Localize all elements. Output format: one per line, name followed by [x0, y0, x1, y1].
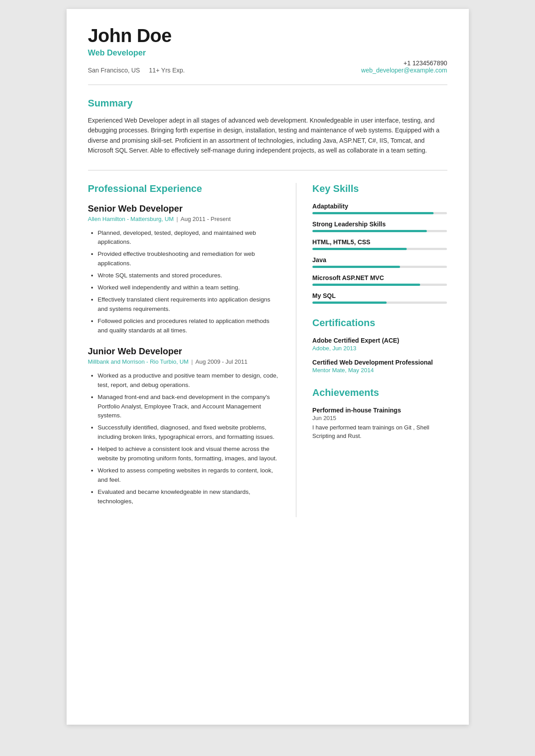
achievement-name-1: Performed in-house Trainings [312, 407, 447, 414]
certifications-section: Certifications Adobe Certified Expert (A… [312, 317, 447, 374]
job-title-2: Junior Web Developer [88, 346, 280, 357]
skill-item-4: Java [312, 256, 447, 268]
job-entry-2: Junior Web Developer Millbank and Morris… [88, 346, 280, 506]
skill-name-2: Strong Leadership Skills [312, 221, 447, 228]
achievement-item-1: Performed in-house Trainings Jun 2015 I … [312, 407, 447, 441]
bullet-2-3: Successfully identified, diagnosed, and … [98, 423, 280, 442]
skill-bar-fill-6 [312, 302, 387, 304]
bullet-1-3: Wrote SQL statements and stored procedur… [98, 271, 280, 280]
two-column-section: Professional Experience Senior Web Devel… [88, 183, 447, 517]
cert-date-1: Jun 2013 [333, 345, 357, 352]
skill-item-5: Microsoft ASP.NET MVC [312, 274, 447, 286]
skill-bar-fill-1 [312, 212, 434, 214]
job-separator-2: | [191, 358, 193, 365]
achievements-section: Achievements Performed in-house Training… [312, 387, 447, 441]
cert-issuer-name-1: Adobe, [312, 345, 331, 352]
bullet-2-4: Helped to achieve a consistent look and … [98, 445, 280, 463]
job-company-1: Allen Hamilton - Mattersburg, UM [88, 216, 174, 222]
skill-bar-bg-5 [312, 284, 447, 286]
bullet-2-2: Managed front-end and back-end developme… [98, 393, 280, 421]
skill-item-3: HTML, HTML5, CSS [312, 238, 447, 250]
skill-name-4: Java [312, 256, 447, 263]
summary-section: Summary Experienced Web Developer adept … [88, 98, 447, 156]
bullet-1-6: Followed policies and procedures related… [98, 317, 280, 336]
resume-header: John Doe Web Developer San Francisco, US… [67, 9, 469, 85]
skills-section-title: Key Skills [312, 183, 447, 195]
bullet-1-4: Worked well independently and within a t… [98, 283, 280, 293]
skill-bar-bg-3 [312, 248, 447, 250]
summary-text: Experienced Web Developer adept in all s… [88, 115, 447, 156]
cert-item-1: Adobe Certified Expert (ACE) Adobe, Jun … [312, 337, 447, 352]
summary-title: Summary [88, 98, 447, 109]
job-meta-2: Millbank and Morrison - Rio Turbio, UM |… [88, 358, 280, 365]
experience-text: 11+ Yrs Exp. [149, 67, 185, 74]
header-location-row: San Francisco, US 11+ Yrs Exp. [88, 67, 185, 74]
skill-name-6: My SQL [312, 292, 447, 299]
cert-issuer-name-2: Mentor Mate, [312, 367, 347, 374]
skill-name-5: Microsoft ASP.NET MVC [312, 274, 447, 281]
bullet-1-5: Effectively translated client requiremen… [98, 295, 280, 314]
left-column: Professional Experience Senior Web Devel… [88, 183, 296, 517]
cert-date-2: May 2014 [348, 367, 374, 374]
skill-name-1: Adaptability [312, 203, 447, 210]
skill-item-2: Strong Leadership Skills [312, 221, 447, 232]
job-separator-1: | [177, 216, 178, 222]
bullet-1-2: Provided effective troubleshooting and r… [98, 250, 280, 268]
skill-bar-fill-5 [312, 284, 420, 286]
certifications-section-title: Certifications [312, 317, 447, 329]
bullet-2-6: Evaluated and became knowledgeable in ne… [98, 488, 280, 506]
job-dates-2: Aug 2009 - Jul 2011 [195, 358, 247, 365]
location-text: San Francisco, US [88, 67, 140, 74]
right-column: Key Skills Adaptability Strong Leadershi… [296, 183, 447, 517]
resume-body: Summary Experienced Web Developer adept … [67, 85, 469, 535]
cert-issuer-1: Adobe, Jun 2013 [312, 345, 447, 352]
job-entry-1: Senior Web Developer Allen Hamilton - Ma… [88, 204, 280, 336]
header-contact: +1 1234567890 web_developer@example.com [361, 59, 447, 74]
skill-bar-fill-4 [312, 266, 400, 268]
skill-bar-bg-4 [312, 266, 447, 268]
skill-bar-bg-2 [312, 230, 447, 232]
skill-name-3: HTML, HTML5, CSS [312, 238, 447, 246]
header-details-row: San Francisco, US 11+ Yrs Exp. +1 123456… [88, 59, 447, 74]
achievement-desc-1: I have performed team trainings on Git ,… [312, 423, 447, 441]
skill-item-6: My SQL [312, 292, 447, 304]
skill-bar-fill-3 [312, 248, 407, 250]
skills-section: Key Skills Adaptability Strong Leadershi… [312, 183, 447, 304]
bullet-2-5: Worked to assess competing websites in r… [98, 466, 280, 485]
experience-section-title: Professional Experience [88, 183, 280, 195]
skill-bar-bg-6 [312, 302, 447, 304]
job-title-1: Senior Web Developer [88, 204, 280, 214]
bullet-2-1: Worked as a productive and positive team… [98, 371, 280, 390]
cert-item-2: Certified Web Development Professional M… [312, 359, 447, 374]
resume-document: John Doe Web Developer San Francisco, US… [67, 9, 469, 725]
job-meta-1: Allen Hamilton - Mattersburg, UM | Aug 2… [88, 216, 280, 222]
skill-bar-bg-1 [312, 212, 447, 214]
achievement-date-1: Jun 2015 [312, 415, 447, 421]
cert-name-2: Certified Web Development Professional [312, 359, 447, 366]
candidate-title: Web Developer [88, 48, 447, 58]
job-dates-1: Aug 2011 - Present [181, 216, 231, 222]
job-bullets-2: Worked as a productive and positive team… [88, 371, 280, 506]
email-text: web_developer@example.com [361, 67, 447, 74]
candidate-name: John Doe [88, 25, 447, 47]
phone-text: +1 1234567890 [361, 59, 447, 67]
cert-issuer-2: Mentor Mate, May 2014 [312, 367, 447, 374]
skill-bar-fill-2 [312, 230, 427, 232]
job-company-2: Millbank and Morrison - Rio Turbio, UM [88, 358, 189, 365]
skill-item-1: Adaptability [312, 203, 447, 214]
bullet-1-1: Planned, developed, tested, deployed, an… [98, 229, 280, 247]
cert-name-1: Adobe Certified Expert (ACE) [312, 337, 447, 344]
body-divider [88, 170, 447, 170]
job-bullets-1: Planned, developed, tested, deployed, an… [88, 229, 280, 336]
achievements-section-title: Achievements [312, 387, 447, 399]
